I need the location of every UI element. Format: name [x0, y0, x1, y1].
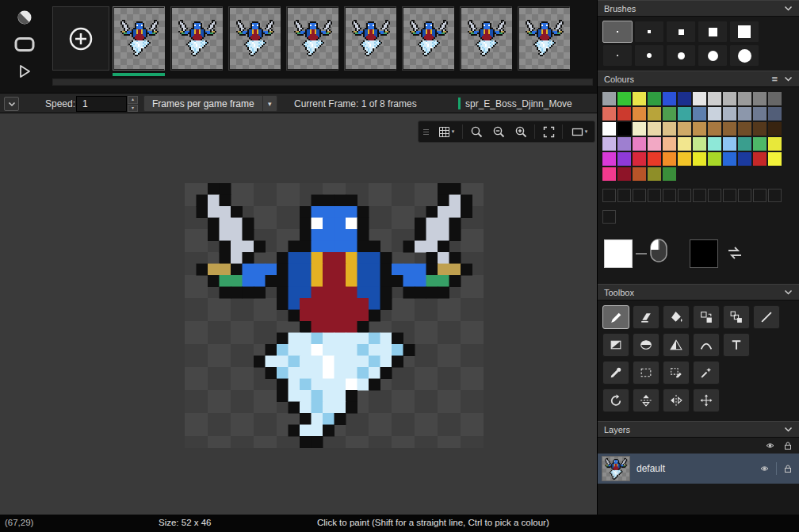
brush-square-2[interactable] — [602, 21, 633, 43]
empty-colour-slot[interactable] — [708, 189, 721, 202]
frame-thumbnail-4[interactable] — [286, 6, 338, 71]
zoom-in-button[interactable] — [510, 122, 531, 141]
colour-swatch[interactable] — [723, 92, 736, 105]
frame-thumbnail-7[interactable] — [460, 6, 512, 71]
colour-swatch[interactable] — [678, 92, 691, 105]
fit-view-button[interactable] — [538, 122, 559, 141]
zoom-out-button[interactable] — [488, 122, 509, 141]
colour-swatch[interactable] — [602, 167, 616, 181]
colour-swatch[interactable] — [663, 107, 676, 121]
flip-horizontal-tool[interactable] — [663, 388, 690, 412]
colour-swatch[interactable] — [633, 122, 646, 136]
colour-swatch[interactable] — [768, 122, 782, 136]
collapse-strip-button[interactable] — [4, 97, 19, 111]
canvas-frame-button[interactable]: ▾ — [566, 122, 592, 141]
curve-tool[interactable] — [693, 333, 720, 357]
all-layers-visibility-icon[interactable] — [765, 441, 775, 450]
eyedropper-tool[interactable] — [602, 361, 629, 385]
empty-colour-slot[interactable] — [648, 189, 661, 202]
layer-visibility-toggle[interactable] — [759, 464, 770, 473]
flip-vertical-tool[interactable] — [633, 388, 659, 412]
colour-swatch[interactable] — [602, 107, 616, 121]
toolbox-header[interactable]: Toolbox — [598, 284, 799, 300]
replace-colour-tool[interactable] — [693, 305, 720, 329]
brush-circle-13[interactable] — [698, 44, 728, 67]
empty-colour-slot[interactable] — [602, 189, 616, 202]
colour-swatch[interactable] — [723, 107, 736, 121]
speed-input[interactable]: 1 — [76, 96, 127, 112]
colour-swatch[interactable] — [633, 137, 646, 151]
empty-colour-slot[interactable] — [768, 189, 782, 202]
fill-tool[interactable] — [663, 305, 690, 329]
empty-colour-slot[interactable] — [633, 189, 646, 202]
mouse-buttons-icon[interactable] — [648, 238, 669, 263]
empty-colour-slot[interactable] — [753, 189, 767, 202]
colour-swatch[interactable] — [617, 122, 631, 136]
colour-swatch[interactable] — [648, 152, 661, 166]
colour-swatch[interactable] — [708, 122, 721, 136]
play-animation-button[interactable] — [8, 60, 41, 82]
frame-thumbnail-1[interactable] — [113, 6, 165, 71]
background-colour-swatch[interactable] — [690, 239, 718, 268]
brush-square-7[interactable] — [666, 21, 696, 43]
colour-swatch[interactable] — [723, 122, 736, 136]
colour-swatch[interactable] — [693, 152, 706, 166]
colour-swatch[interactable] — [648, 107, 661, 121]
colour-swatch[interactable] — [617, 137, 631, 151]
dropdown-caret-icon[interactable]: ▾ — [262, 96, 277, 111]
colour-swatch[interactable] — [678, 122, 691, 136]
colour-swatch[interactable] — [678, 152, 691, 166]
brush-square-4[interactable] — [634, 21, 664, 43]
text-tool[interactable] — [723, 333, 750, 357]
colour-swatch[interactable] — [738, 107, 751, 121]
frame-thumbnail-8[interactable] — [518, 6, 570, 71]
brush-circle-9[interactable] — [666, 44, 696, 67]
brush-square-11[interactable] — [698, 21, 728, 43]
colour-swatch[interactable] — [633, 107, 646, 121]
colour-swatch[interactable] — [633, 92, 646, 105]
empty-colour-slot[interactable] — [663, 189, 676, 202]
colour-swatch[interactable] — [768, 92, 782, 105]
brush-circle-17[interactable] — [729, 44, 759, 67]
colour-swatch[interactable] — [678, 107, 691, 121]
brush-circle-2[interactable] — [602, 44, 633, 67]
colour-swatch[interactable] — [617, 152, 631, 166]
colours-header[interactable]: Colours ≡ — [598, 71, 799, 87]
colour-swatch[interactable] — [753, 92, 767, 105]
stepper-down-icon[interactable]: ▾ — [128, 105, 138, 113]
rectangle-select-tool[interactable] — [633, 361, 659, 385]
colour-swatch[interactable] — [693, 122, 706, 136]
empty-colour-slot[interactable] — [602, 210, 616, 224]
colour-swatch[interactable] — [648, 137, 661, 151]
colour-swatch[interactable] — [708, 137, 721, 151]
colour-swatch[interactable] — [693, 92, 706, 105]
frames-scrollbar-thumb[interactable] — [53, 79, 592, 85]
palette-menu-icon[interactable]: ≡ — [771, 74, 778, 84]
colour-swatch[interactable] — [617, 92, 631, 105]
ellipse-tool[interactable] — [633, 333, 659, 357]
stepper-up-icon[interactable]: ▴ — [128, 96, 138, 104]
layer-row[interactable]: default — [598, 454, 799, 484]
colour-swatch[interactable] — [738, 92, 751, 105]
speed-unit-dropdown[interactable]: Frames per game frame ▾ — [143, 95, 277, 112]
speed-stepper[interactable]: ▴ ▾ — [128, 96, 138, 112]
move-tool[interactable] — [693, 388, 720, 412]
empty-colour-slot[interactable] — [693, 189, 706, 202]
colour-swatch[interactable] — [753, 122, 767, 136]
loop-button[interactable] — [8, 33, 41, 55]
colour-swatch[interactable] — [602, 137, 616, 151]
colour-swatch[interactable] — [617, 107, 631, 121]
colour-swatch[interactable] — [663, 122, 676, 136]
colour-swatch[interactable] — [663, 152, 676, 166]
grid-toggle-button[interactable]: ▾ — [433, 122, 459, 141]
add-frame-button[interactable] — [52, 6, 109, 71]
colour-swatch[interactable] — [663, 167, 676, 181]
foreground-colour-swatch[interactable] — [604, 239, 633, 268]
colour-swatch[interactable] — [602, 152, 616, 166]
pencil-tool[interactable] — [602, 305, 629, 329]
magic-wand-tool[interactable] — [693, 361, 720, 385]
colour-swatch[interactable] — [708, 107, 721, 121]
colour-swatch[interactable] — [708, 152, 721, 166]
colour-swatch[interactable] — [693, 137, 706, 151]
eraser-tool[interactable] — [633, 305, 659, 329]
